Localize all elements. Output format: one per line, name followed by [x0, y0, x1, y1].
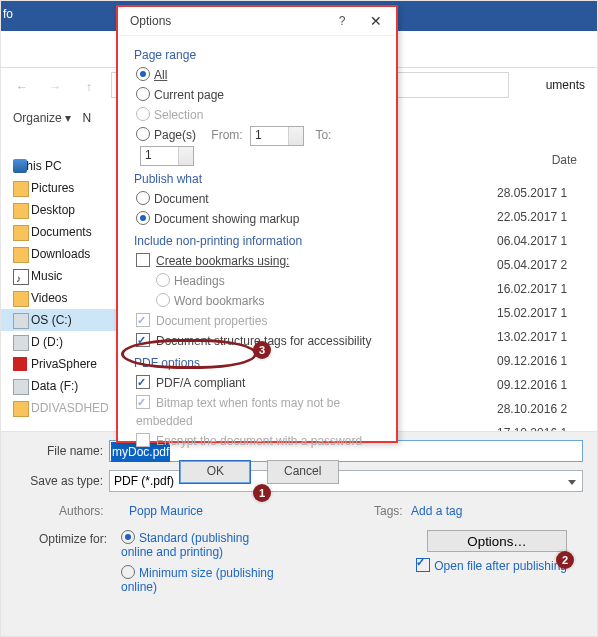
create-bookmarks-check[interactable]: Create bookmarks using:: [134, 252, 384, 270]
create-bookmarks-label: Create bookmarks using:: [156, 254, 289, 268]
file-date: 09.12.2016 1: [497, 349, 587, 373]
file-date: 16.02.2017 1: [497, 277, 587, 301]
radio-icon: [136, 191, 150, 205]
radio-icon: [136, 107, 150, 121]
tags-label: Tags:: [374, 504, 403, 518]
options-button[interactable]: Options…: [427, 530, 567, 552]
bitmap-check: Bitmap text when fonts may not be embedd…: [134, 394, 384, 430]
optimize-label: Optimize for:: [39, 532, 107, 546]
file-date: 09.12.2016 1: [497, 373, 587, 397]
annotation-2: 2: [556, 551, 574, 569]
pc-icon: [13, 159, 27, 173]
publish-document-radio[interactable]: Document: [134, 190, 384, 208]
pdfa-label: PDF/A compliant: [156, 376, 245, 390]
checkbox-icon: [136, 375, 150, 389]
radio-icon: [156, 273, 170, 287]
open-after-publish[interactable]: Open file after publishing: [416, 558, 567, 573]
nav-back-icon[interactable]: ←: [7, 72, 37, 102]
checkbox-icon: [136, 333, 150, 347]
dialog-title: Options: [130, 14, 171, 28]
radio-icon: [156, 293, 170, 307]
optimize-min-radio[interactable]: Minimum size (publishing online): [121, 565, 281, 594]
filename-label: File name:: [11, 444, 103, 458]
sidebar-label: Downloads: [31, 247, 90, 261]
file-date: 28.10.2016 2: [497, 397, 587, 421]
range-selection-radio: Selection: [134, 106, 384, 124]
optimize-min-label: Minimum size (publishing online): [121, 566, 274, 594]
type-label: Save as type:: [11, 474, 103, 488]
pdfa-check[interactable]: PDF/A compliant: [134, 374, 384, 392]
publish-markup-radio[interactable]: Document showing markup: [134, 210, 384, 228]
organize-button[interactable]: Organize ▾: [13, 111, 71, 125]
encrypt-check: Encrypt the document with a password: [134, 432, 384, 450]
radio-icon: [121, 530, 135, 544]
folder-icon: [13, 181, 29, 197]
radio-icon: [136, 211, 150, 225]
file-date: 22.05.2017 1: [497, 205, 587, 229]
encrypt-label: Encrypt the document with a password: [156, 434, 362, 448]
col-date-header[interactable]: Date: [552, 153, 577, 167]
ok-button[interactable]: OK: [179, 460, 251, 484]
sidebar-label: PrivaSphere: [31, 357, 97, 371]
checkbox-icon: [136, 433, 150, 447]
publish-document-label: Document: [154, 192, 209, 206]
bm-word-radio: Word bookmarks: [134, 292, 384, 310]
range-current-radio[interactable]: Current page: [134, 86, 384, 104]
range-pages-radio[interactable]: Page(s) From: 1 To: 1: [134, 126, 384, 166]
checkbox-icon: [136, 253, 150, 267]
cancel-button[interactable]: Cancel: [267, 460, 339, 484]
disk-icon: [13, 379, 29, 395]
range-selection-label: Selection: [154, 108, 203, 122]
range-current-label: Current page: [154, 88, 224, 102]
to-spinner[interactable]: 1: [140, 146, 194, 166]
radio-icon: [136, 87, 150, 101]
sidebar-label: Videos: [31, 291, 67, 305]
address-tail: uments: [546, 73, 585, 97]
to-value: 1: [145, 148, 152, 162]
file-date: 06.04.2017 1: [497, 229, 587, 253]
nav-up-icon[interactable]: ↑: [74, 72, 104, 102]
file-date: 05.04.2017 2: [497, 253, 587, 277]
group-publish-what: Publish what: [134, 172, 384, 186]
group-page-range: Page range: [134, 48, 384, 62]
checkbox-icon: [136, 313, 150, 327]
open-after-label: Open file after publishing: [434, 559, 567, 573]
range-all-label: All: [154, 68, 167, 82]
close-icon[interactable]: ✕: [364, 7, 388, 35]
radio-icon: [121, 565, 135, 579]
folder-icon: [13, 401, 29, 417]
bm-headings-radio: Headings: [134, 272, 384, 290]
options-dialog: Options ? ✕ Page range All Current page …: [116, 5, 398, 443]
nav-fwd-icon[interactable]: →: [40, 72, 70, 102]
file-date: 15.02.2017 1: [497, 301, 587, 325]
to-label: To:: [315, 128, 331, 142]
folder-icon: [13, 203, 29, 219]
from-spinner[interactable]: 1: [250, 126, 304, 146]
file-date: 13.02.2017 1: [497, 325, 587, 349]
sidebar-label: DDIVASDHED: [31, 401, 109, 415]
from-value: 1: [255, 128, 262, 142]
priv-icon: [13, 357, 27, 371]
range-all-radio[interactable]: All: [134, 66, 384, 84]
music-icon: [13, 269, 29, 285]
disk-icon: [13, 313, 29, 329]
bitmap-label: Bitmap text when fonts may not be embedd…: [136, 396, 340, 428]
authors-value[interactable]: Popp Maurice: [129, 504, 203, 518]
folder-icon: [13, 225, 29, 241]
tags-value[interactable]: Add a tag: [411, 504, 462, 518]
checkbox-icon: [136, 395, 150, 409]
sidebar-label: Data (F:): [31, 379, 78, 393]
folder-icon: [13, 247, 29, 263]
optimize-standard-radio[interactable]: Standard (publishing online and printing…: [121, 530, 281, 559]
organize-new[interactable]: N: [82, 111, 91, 125]
publish-markup-label: Document showing markup: [154, 212, 299, 226]
folder-icon: [13, 291, 29, 307]
doc-props-label: Document properties: [156, 314, 267, 328]
radio-icon: [136, 127, 150, 141]
file-date: 28.05.2017 1: [497, 181, 587, 205]
doc-props-check: Document properties: [134, 312, 384, 330]
from-label: From:: [211, 128, 242, 142]
sidebar-label: D (D:): [31, 335, 63, 349]
help-icon[interactable]: ?: [330, 7, 354, 35]
sidebar-label: Music: [31, 269, 62, 283]
